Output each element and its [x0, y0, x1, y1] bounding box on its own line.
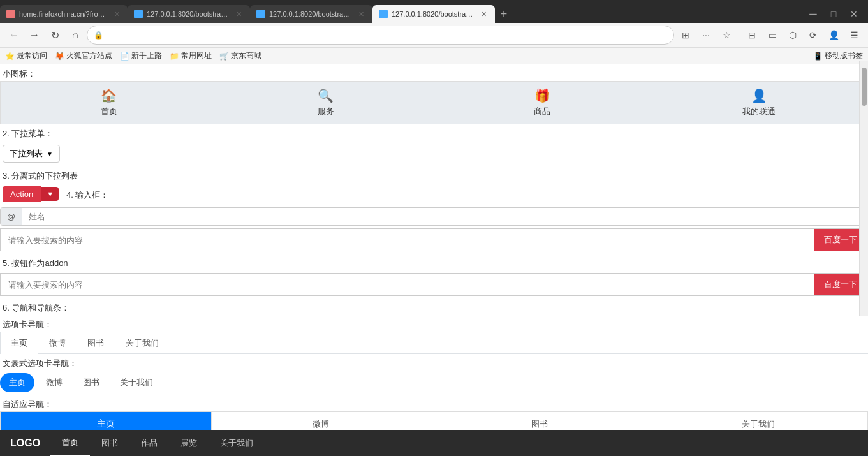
bottom-nav-works[interactable]: 作品 — [129, 430, 169, 456]
browser-chrome: home.firefoxchina.cn/?from=ext... ✕ 127.… — [0, 0, 868, 64]
tab-close-4[interactable]: ✕ — [478, 9, 489, 19]
icon-nav-goods[interactable]: 🎁 商品 — [434, 82, 651, 124]
icon-nav-service[interactable]: 🔍 服务 — [217, 82, 434, 124]
split-caret-button[interactable]: ▼ — [41, 187, 59, 201]
small-icon-section-label: 小图标： — [0, 64, 868, 81]
tab-close-2[interactable]: ✕ — [233, 9, 244, 19]
bookmark-jd[interactable]: 🛒 京东商城 — [219, 50, 261, 61]
back-button[interactable]: ← — [5, 26, 23, 44]
tab-close-1[interactable]: ✕ — [112, 9, 121, 19]
tab-label-4: 127.0.0.1:8020/bootstrap/chop3 — [392, 10, 474, 18]
bookmark-zuichang-label: 最常访问 — [17, 50, 47, 61]
more-button[interactable]: ··· — [697, 26, 715, 44]
bookmark-common[interactable]: 📁 常用网址 — [170, 50, 212, 61]
search-input-1[interactable] — [1, 229, 814, 251]
tab-books[interactable]: 图书 — [77, 332, 115, 354]
gift-icon: 🎁 — [534, 88, 550, 103]
synced-tabs-icon[interactable]: ⊟ — [743, 26, 761, 44]
tab-home[interactable]: 主页 — [0, 332, 38, 354]
maximize-button[interactable]: □ — [825, 5, 842, 23]
avatar-icon[interactable]: 👤 — [825, 26, 842, 44]
browser-toolbar: ← → ↻ ⌂ 🔒 127.0.0.1:8020/bootstrap/chop3… — [0, 23, 868, 48]
addon-section-label: 5. 按钮作为addon — [0, 254, 868, 270]
tab-close-3[interactable]: ✕ — [356, 9, 366, 19]
bookmark-firefox[interactable]: 🦊 火狐官方站点 — [55, 50, 112, 61]
input-section-label: 4. 输入框： — [64, 186, 111, 202]
scrollbar[interactable] — [859, 61, 868, 316]
tab-weibo[interactable]: 微博 — [38, 332, 77, 354]
pill-navigation: 主页 微博 图书 关于我们 — [0, 371, 868, 395]
grid-icon[interactable]: ⊞ — [677, 26, 695, 44]
split-dropdown: Action ▼ — [3, 186, 59, 202]
bottom-nav-books[interactable]: 图书 — [90, 430, 129, 456]
scroll-thumb[interactable] — [862, 68, 867, 106]
at-input-group: @ — [0, 207, 868, 226]
dropdown-menu-label: 2. 下拉菜单： — [0, 124, 868, 141]
home-icon: 🏠 — [101, 88, 117, 103]
tab-about[interactable]: 关于我们 — [115, 332, 170, 354]
lock-icon: 🔒 — [94, 31, 103, 40]
refresh-button[interactable]: ↻ — [46, 26, 64, 44]
icon-nav-home-label: 首页 — [101, 106, 117, 117]
dropdown-list-label: 下拉列表 — [10, 148, 43, 159]
star-button[interactable]: ☆ — [717, 26, 735, 44]
tab-favicon-1 — [6, 10, 15, 18]
tab-nav-label: 选项卡导航： — [0, 315, 868, 332]
mobile-label: 移动版书签 — [825, 50, 863, 61]
bottom-navbar: LOGO 首页 图书 作品 展览 关于我们 — [0, 430, 868, 456]
reading-view-icon[interactable]: ▭ — [763, 26, 781, 44]
screenshot-icon[interactable]: ⬡ — [784, 26, 802, 44]
tab-favicon-3 — [256, 10, 265, 18]
bookmark-zuichang[interactable]: ⭐ 最常访问 — [5, 50, 47, 61]
tab-2[interactable]: 127.0.0.1:8020/bootstrap/chop1 ✕ — [128, 5, 250, 23]
icon-nav-home[interactable]: 🏠 首页 — [1, 82, 217, 124]
icon-nav-mine[interactable]: 👤 我的联通 — [651, 82, 867, 124]
dropdown-list-button[interactable]: 下拉列表 ▼ — [3, 145, 60, 163]
tab-favicon-4 — [379, 10, 388, 18]
dropdown-section: 下拉列表 ▼ — [0, 141, 868, 166]
tab-1[interactable]: home.firefoxchina.cn/?from=ext... ✕ — [0, 5, 128, 23]
bookmark-common-label: 常用网址 — [181, 50, 212, 61]
pill-home[interactable]: 主页 — [0, 373, 34, 392]
search-group-1: 百度一下 — [0, 228, 868, 251]
pill-about[interactable]: 关于我们 — [111, 373, 162, 392]
bottom-logo: LOGO — [0, 438, 50, 449]
menu-button[interactable]: ☰ — [845, 26, 863, 44]
user-icon: 👤 — [751, 88, 767, 103]
icon-nav-service-label: 服务 — [318, 106, 334, 117]
pocket-icon[interactable]: ⟳ — [804, 26, 822, 44]
pill-books[interactable]: 图书 — [74, 373, 108, 392]
new-tab-button[interactable]: + — [495, 5, 513, 23]
minimize-button[interactable]: ─ — [804, 5, 822, 23]
name-input[interactable] — [22, 208, 867, 225]
home-button[interactable]: ⌂ — [66, 26, 84, 44]
forward-button[interactable]: → — [26, 26, 43, 44]
bottom-nav-home[interactable]: 首页 — [50, 430, 90, 456]
bookmark-newbie[interactable]: 📄 新手上路 — [120, 50, 162, 61]
page-content: 小图标： 🏠 首页 🔍 服务 🎁 商品 👤 我的联通 2. 下拉菜单： 下拉列表… — [0, 64, 868, 456]
bookmark-star-icon: ⭐ — [5, 52, 15, 61]
browser-tabs: home.firefoxchina.cn/?from=ext... ✕ 127.… — [0, 0, 868, 23]
pill-weibo[interactable]: 微博 — [37, 373, 71, 392]
search-input-2[interactable] — [1, 274, 814, 295]
action-button[interactable]: Action — [3, 186, 41, 202]
mobile-bookmarks[interactable]: 📱 移动版书签 — [813, 50, 863, 61]
tab-4[interactable]: 127.0.0.1:8020/bootstrap/chop3 ✕ — [372, 5, 495, 23]
icon-nav-goods-label: 商品 — [534, 106, 550, 117]
tab-navigation: 主页 微博 图书 关于我们 — [0, 332, 868, 354]
bottom-nav-about[interactable]: 关于我们 — [209, 430, 265, 456]
bookmark-fox-icon: 🦊 — [55, 52, 64, 61]
bookmark-firefox-label: 火狐官方站点 — [66, 50, 112, 61]
toolbar-actions: ⊞ ··· ☆ — [677, 26, 735, 44]
search-group-2: 百度一下 — [0, 273, 868, 296]
address-input[interactable]: 127.0.0.1:8020/bootstrap/chop3/index.htm… — [107, 31, 667, 40]
bookmark-jd-label: 京东商城 — [231, 50, 261, 61]
tab-3[interactable]: 127.0.0.1:8020/bootstrap/chop2 ✕ — [250, 5, 372, 23]
address-bar[interactable]: 🔒 127.0.0.1:8020/bootstrap/chop3/index.h… — [87, 26, 674, 45]
bookmark-folder-icon: 📁 — [170, 52, 179, 61]
close-window-button[interactable]: ✕ — [845, 5, 863, 23]
pill-nav-label: 文囊式选项卡导航： — [0, 354, 868, 371]
bookmark-newbie-label: 新手上路 — [131, 50, 162, 61]
bottom-nav-exhibit[interactable]: 展览 — [169, 430, 209, 456]
tab-label-1: home.firefoxchina.cn/?from=ext... — [19, 10, 108, 18]
